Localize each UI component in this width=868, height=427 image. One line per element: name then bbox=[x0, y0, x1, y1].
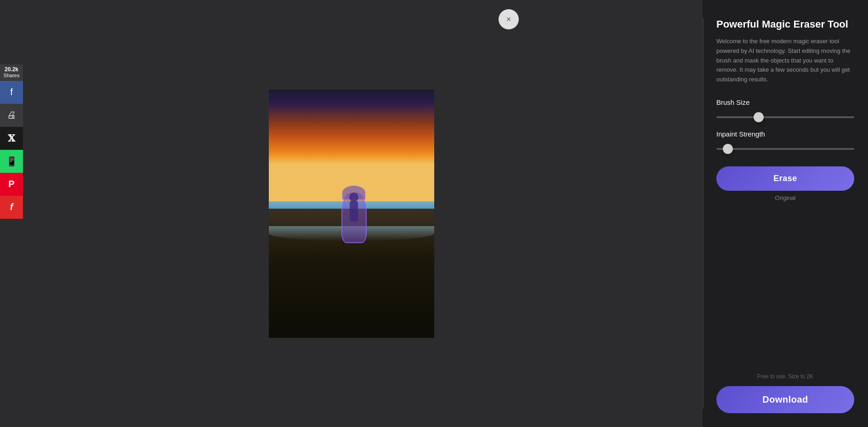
inpaint-strength-label: Inpaint Strength bbox=[716, 130, 854, 138]
facebook-share-button[interactable]: f bbox=[0, 81, 23, 104]
panel-title: Powerful Magic Eraser Tool bbox=[716, 18, 854, 30]
flipboard-icon: f bbox=[10, 202, 13, 212]
person-head bbox=[349, 193, 358, 202]
spacer bbox=[716, 215, 854, 373]
flipboard-share-button[interactable]: f bbox=[0, 196, 23, 219]
facebook-icon: f bbox=[10, 87, 13, 97]
social-sidebar: 20.2k Shares f 🖨 𝕏 📱 P f bbox=[0, 64, 23, 219]
share-count: 20.2k Shares bbox=[0, 64, 23, 81]
share-count-label: Shares bbox=[1, 73, 22, 79]
original-link[interactable]: Original bbox=[716, 194, 854, 201]
free-use-text: Free to use. Size to 2K bbox=[716, 373, 854, 380]
erase-button[interactable]: Erase bbox=[716, 166, 854, 191]
brush-size-section: Brush Size bbox=[716, 98, 854, 120]
main-canvas-area: × bbox=[0, 0, 703, 427]
panel-description: Welcome to the free modern magic eraser … bbox=[716, 37, 854, 85]
print-icon: 🖨 bbox=[7, 110, 16, 120]
image-canvas[interactable] bbox=[269, 90, 434, 338]
download-button[interactable]: Download bbox=[716, 386, 854, 413]
pinterest-share-button[interactable]: P bbox=[0, 173, 23, 196]
brush-size-label: Brush Size bbox=[716, 98, 854, 106]
panel-divider bbox=[703, 18, 703, 409]
inpaint-strength-section: Inpaint Strength bbox=[716, 130, 854, 152]
twitter-icon: 𝕏 bbox=[8, 133, 15, 144]
brush-size-slider[interactable] bbox=[716, 116, 854, 118]
person-mask-overlay bbox=[341, 193, 367, 243]
whatsapp-share-button[interactable]: 📱 bbox=[0, 150, 23, 173]
person-body bbox=[350, 201, 358, 222]
print-button[interactable]: 🖨 bbox=[0, 104, 23, 127]
right-panel: Powerful Magic Eraser Tool Welcome to th… bbox=[703, 0, 868, 427]
close-button[interactable]: × bbox=[499, 9, 519, 29]
whatsapp-icon: 📱 bbox=[6, 156, 17, 167]
twitter-share-button[interactable]: 𝕏 bbox=[0, 127, 23, 150]
share-count-number: 20.2k bbox=[1, 66, 22, 73]
pinterest-icon: P bbox=[8, 179, 14, 189]
inpaint-strength-slider[interactable] bbox=[716, 148, 854, 150]
beach-image bbox=[269, 90, 434, 338]
